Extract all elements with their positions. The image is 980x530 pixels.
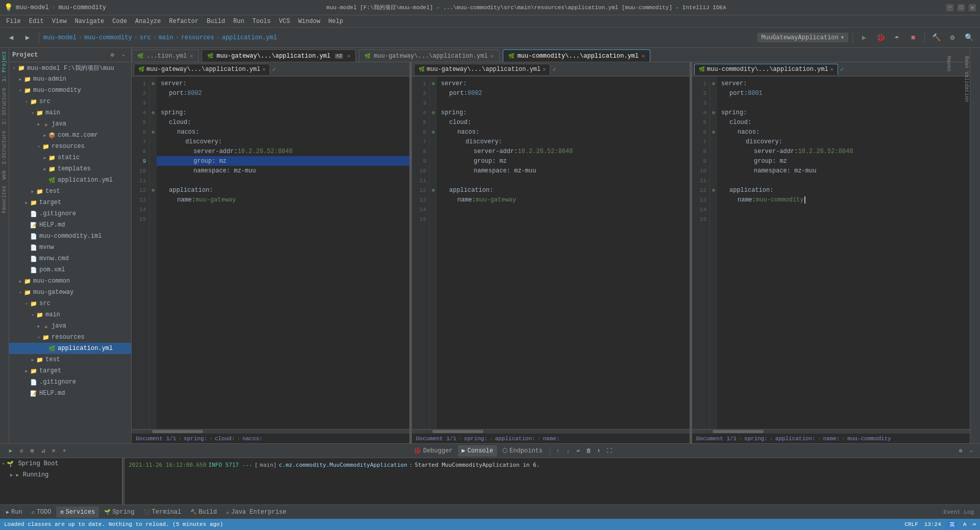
sidebar-item-favorites[interactable]: Favorites <box>1 183 8 216</box>
bp-settings-icon[interactable]: ⚙ <box>956 446 965 456</box>
event-log-link[interactable]: Event Log <box>940 509 978 515</box>
menu-file[interactable]: File <box>2 17 25 26</box>
bc-appyml[interactable]: application.yml <box>222 34 277 41</box>
pane1-tab-active[interactable]: 🌿 muu-gateway\...\application.yml ✕ <box>134 64 270 75</box>
tab-gateway-appyml-2[interactable]: 🌿 muu-gateway\...\application.yml ✕ <box>359 49 499 62</box>
settings-button[interactable]: ⚙ <box>945 31 960 45</box>
menu-vcs[interactable]: VCS <box>275 17 295 26</box>
tree-comz-c[interactable]: ▶ 📦 com.mz.comr <box>9 130 131 141</box>
bc-p1-spring[interactable]: spring: <box>184 436 207 442</box>
tree-muu-commodity[interactable]: ▾ 📁 muu-commodity <box>9 85 131 96</box>
nav-services[interactable]: ⊞ Services <box>56 507 99 518</box>
console-clear-icon[interactable]: 🗑 <box>584 446 593 456</box>
tree-helpmd-g[interactable]: ▶ 📝 HELP.md <box>9 388 131 399</box>
service-springboot-group[interactable]: ▾ 🌱 Spring Boot <box>0 458 122 469</box>
tab-close-3[interactable]: ✕ <box>491 53 494 59</box>
nav-terminal[interactable]: ⬛ Terminal <box>139 507 185 518</box>
tree-test-c[interactable]: ▶ 📁 test <box>9 186 131 197</box>
tree-mvnwcmd-c[interactable]: ▶ 📄 mvnw.cmd <box>9 253 131 264</box>
tree-appyml-c[interactable]: ▶ 🌿 application.yml <box>9 174 131 186</box>
sidebar-item-web[interactable]: Web <box>1 167 8 183</box>
menu-refactor[interactable]: Refactor <box>165 17 203 26</box>
sidebar-item-zstructure[interactable]: Z-Structure <box>1 128 8 167</box>
bc-muu-commodity[interactable]: muu-commodity <box>84 34 132 41</box>
console-down-icon[interactable]: ↓ <box>564 446 573 456</box>
tree-muu-admin[interactable]: ▶ 📁 muu-admin <box>9 73 131 85</box>
run-config-selector[interactable]: MuuGatewayApplication ▾ <box>757 33 848 42</box>
pane2-scrollbar-h[interactable] <box>412 429 690 433</box>
tree-main-c[interactable]: ▾ 📁 main <box>9 107 131 118</box>
pane1-scrollbar-h[interactable] <box>132 429 409 433</box>
console-fullscreen-icon[interactable]: ⛶ <box>604 446 614 456</box>
pane3-scrollbar-h[interactable] <box>692 429 970 433</box>
tree-target-g[interactable]: ▶ 📁 target <box>9 365 131 376</box>
tree-muu-common[interactable]: ▶ 📁 muu-common <box>9 275 131 287</box>
console-wrap-icon[interactable]: ⇌ <box>574 446 583 456</box>
tree-muu-gateway[interactable]: ▾ 📁 muu-gateway <box>9 287 131 298</box>
tree-resources-g[interactable]: ▾ 📁 resources <box>9 332 131 343</box>
bc-p3-spring[interactable]: spring: <box>744 436 768 442</box>
minimize-button[interactable]: ─ <box>946 4 953 11</box>
menu-edit[interactable]: Edit <box>25 17 48 26</box>
tab-debugger[interactable]: 🐞 Debugger <box>409 445 457 457</box>
tree-muu-model[interactable]: ▾ 📁 muu-model F:\我的项目\muu <box>9 62 131 73</box>
tab-endpoints[interactable]: ⬡ Endpoints <box>498 445 547 457</box>
tree-src-g[interactable]: ▾ 📁 src <box>9 298 131 309</box>
tab-close-1[interactable]: ✕ <box>190 53 193 59</box>
bc-p2-app[interactable]: application: <box>495 436 535 442</box>
pane2-code-area[interactable]: 1 2 3 4 5 6 7 8 9 10 11 12 13 14 <box>412 77 690 429</box>
build-button[interactable]: 🔨 <box>929 31 943 45</box>
tree-gitignore-g[interactable]: ▶ 📄 .gitignore <box>9 376 131 388</box>
pane3-tab-active[interactable]: 🌿 muu-commodity\...\application.yml ✕ <box>694 64 838 75</box>
stop-button[interactable]: ■ <box>906 31 920 45</box>
tab-console[interactable]: ▶ Console <box>458 445 498 457</box>
search-everywhere-button[interactable]: 🔍 <box>962 31 976 45</box>
menu-view[interactable]: View <box>48 17 71 26</box>
status-crlf[interactable]: CRLF <box>904 521 918 527</box>
menu-help[interactable]: Help <box>324 17 347 26</box>
pane1-code-area[interactable]: 1 2 3 4 5 6 7 8 9 10 11 12 13 14 <box>132 77 409 429</box>
console-output[interactable]: 2021-11-26 16:12:00.650 INFO 5717 --- [ … <box>125 458 980 504</box>
tree-templates-c[interactable]: ▶ 📁 templates <box>9 163 131 174</box>
tab-commodity-appyml[interactable]: 🌿 muu-commodity\...\application.yml ✕ <box>503 49 651 62</box>
sidebar-item-project[interactable]: 1: Project <box>1 48 8 85</box>
nav-run[interactable]: ▶ Run <box>2 507 27 518</box>
forward-button[interactable]: ▶ <box>20 31 35 45</box>
back-button[interactable]: ◀ <box>4 31 18 45</box>
tab-gateway-appyml[interactable]: 🌿 muu-gateway\...\application.yml ×2 ✕ <box>202 49 356 62</box>
tree-src-c[interactable]: ▾ 📁 src <box>9 96 131 107</box>
tree-main-g[interactable]: ▾ 📁 main <box>9 309 131 320</box>
status-input-mode[interactable]: A <box>963 521 967 527</box>
tab-appyml-tion[interactable]: 🌿 ...tion.yml ✕ <box>132 49 199 62</box>
bc-muu-model[interactable]: muu-model <box>43 34 77 41</box>
bc-resources[interactable]: resources <box>181 34 214 41</box>
bc-p3-name[interactable]: name: <box>823 436 840 442</box>
tree-test-g[interactable]: ▶ 📁 test <box>9 354 131 365</box>
tree-mvnw-c[interactable]: ▶ 📄 mvnw <box>9 242 131 253</box>
nav-java-enterprise[interactable]: ☕ Java Enterprise <box>222 507 290 518</box>
close-button[interactable]: ✕ <box>969 4 976 11</box>
status-lang-icon[interactable]: 英 <box>947 521 957 528</box>
tree-iml-c[interactable]: ▶ 📄 muu-commodity.iml <box>9 231 131 242</box>
console-up-icon[interactable]: ↑ <box>553 446 562 456</box>
tree-gitignore-c[interactable]: ▶ 📄 .gitignore <box>9 208 131 219</box>
pane3-code-area[interactable]: 1 2 3 4 5 6 7 8 9 10 11 12 13 14 <box>692 77 970 429</box>
pane2-tab-active[interactable]: 🌿 muu-gateway\...\application.yml ✕ <box>414 64 550 75</box>
sidebar-item-structure[interactable]: 2: Structure <box>1 85 8 128</box>
bc-p3-doc[interactable]: Document 1/1 <box>696 436 737 442</box>
title-bar-controls[interactable]: ─ □ ✕ <box>946 4 976 11</box>
status-ime-icon[interactable]: ⌨ <box>972 521 976 528</box>
sidebar-bean-validation[interactable]: Bean Validation <box>963 54 970 104</box>
nav-build[interactable]: 🔨 Build <box>186 507 221 518</box>
menu-run[interactable]: Run <box>229 17 249 26</box>
bc-p1-nacos[interactable]: nacos: <box>242 436 263 442</box>
tree-helpmd-c[interactable]: ▶ 📝 HELP.md <box>9 219 131 231</box>
tree-appyml-g[interactable]: ▶ 🌿 application.yml <box>9 343 131 354</box>
console-export-icon[interactable]: ⬆ <box>594 446 603 456</box>
tree-java-c[interactable]: ▶ ☕ java <box>9 118 131 130</box>
bc-p2-doc[interactable]: Document 1/1 <box>416 436 456 442</box>
menu-navigate[interactable]: Navigate <box>70 17 108 26</box>
bc-p3-muu-commodity[interactable]: muu-commodity <box>847 436 891 442</box>
bc-p2-name[interactable]: name: <box>543 436 559 442</box>
nav-todo[interactable]: ☑ TODO <box>28 507 56 518</box>
